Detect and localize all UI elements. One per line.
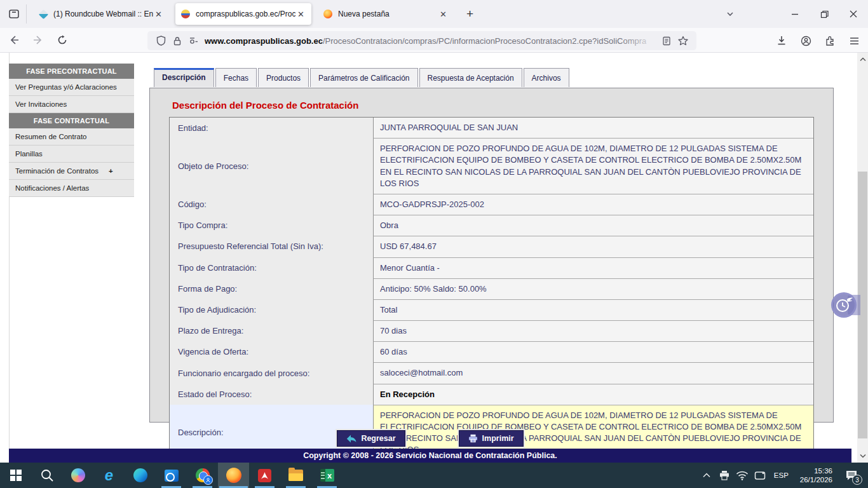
clock-widget-icon[interactable] (831, 292, 857, 318)
vertical-scrollbar[interactable] (857, 53, 868, 463)
sidebar-item-preguntas[interactable]: Ver Preguntas y/ó Aclaraciones (9, 79, 134, 96)
account-button[interactable] (796, 31, 816, 50)
taskbar-search-button[interactable] (31, 463, 62, 488)
copyright-text: Copyright © 2008 - 2026 Servicio Naciona… (303, 451, 557, 460)
sidebar-item-label: Terminación de Contratos (15, 167, 98, 175)
download-icon (776, 36, 787, 46)
tab-archivos[interactable]: Archivos (524, 68, 569, 87)
bookmark-star-icon[interactable] (675, 32, 691, 49)
firefox-view-icon (8, 8, 20, 20)
search-icon (40, 468, 54, 482)
list-all-tabs-button[interactable] (715, 0, 745, 28)
field-value: Anticipo: 50% Saldo: 50.00% (373, 278, 813, 299)
back-button[interactable] (4, 30, 24, 50)
sidebar-item-notificaciones[interactable]: Notificaciones / Alertas (9, 180, 134, 197)
url-text: www.compraspublicas.gob.ec/ProcesoContra… (205, 36, 658, 46)
browser-toolbar: www.compraspublicas.gob.ec/ProcesoContra… (0, 28, 868, 53)
field-value: PERFORACION DE POZO PROFUNDO DE AGUA DE … (373, 138, 813, 194)
browser-tab-roundcube[interactable]: (1) Roundcube Webmail :: Entra ✕ (33, 3, 169, 25)
field-label: Tipo de Contratación: (170, 257, 373, 278)
url-bar[interactable]: www.compraspublicas.gob.ec/ProcesoContra… (147, 31, 696, 50)
forward-button[interactable] (28, 30, 48, 50)
forward-icon (33, 35, 43, 45)
imprimir-label: Imprimir (482, 434, 514, 443)
table-row: Tipo Compra:Obra (170, 215, 813, 236)
tracking-shield-icon[interactable] (153, 32, 169, 49)
new-tab-button[interactable]: + (463, 7, 477, 21)
field-value: 70 dias (373, 320, 813, 341)
tab-parametros[interactable]: Parámetros de Calificación (310, 68, 417, 87)
close-window-button[interactable] (839, 0, 868, 28)
tab-close-icon[interactable]: ✕ (295, 10, 306, 19)
reader-mode-icon[interactable] (658, 32, 675, 49)
chrome-profile-badge (203, 475, 213, 485)
tray-display-button[interactable] (752, 463, 768, 488)
regresar-button[interactable]: Regresar (337, 430, 405, 447)
taskbar-edge-button[interactable] (125, 463, 156, 488)
edge-icon (133, 468, 147, 482)
sidebar-item-terminacion[interactable]: Terminación de Contratos + (9, 163, 134, 180)
field-label: Vigencia de Oferta: (170, 341, 373, 362)
menu-button[interactable] (844, 31, 864, 50)
taskbar-copilot-button[interactable] (62, 463, 93, 488)
taskbar-excel-button[interactable]: x (311, 463, 342, 488)
tab-respuesta[interactable]: Respuesta de Aceptación (419, 68, 522, 87)
screen: (1) Roundcube Webmail :: Entra ✕ compras… (0, 0, 868, 488)
tab-close-icon[interactable]: ✕ (153, 10, 164, 19)
lock-icon[interactable] (169, 32, 186, 49)
taskbar-explorer-button[interactable] (280, 463, 311, 488)
firefox-view-button[interactable] (5, 4, 27, 24)
printer-icon (468, 434, 478, 443)
internet-explorer-icon: e (105, 468, 113, 482)
floating-timer-widget[interactable] (830, 291, 860, 319)
taskbar-internet-explorer-button[interactable]: e (93, 463, 125, 488)
regresar-label: Regresar (361, 434, 395, 443)
process-table: Entidad:JUNTA PARROQUIAL DE SAN JUAN Obj… (169, 117, 814, 461)
taskbar-outlook-button[interactable] (156, 463, 187, 488)
notification-center-button[interactable]: 3 (840, 463, 863, 488)
tray-wifi-button[interactable] (735, 463, 750, 488)
tab-close-icon[interactable]: ✕ (438, 10, 449, 19)
downloads-button[interactable] (771, 31, 792, 50)
tray-chevron-up-button[interactable] (699, 463, 714, 488)
tab-fechas[interactable]: Fechas (215, 68, 257, 87)
extensions-icon (825, 36, 835, 46)
sidebar-item-invitaciones[interactable]: Ver Invitaciones (9, 96, 134, 113)
restore-button[interactable] (810, 0, 839, 28)
reload-button[interactable] (52, 30, 72, 50)
imprimir-button[interactable]: Imprimir (459, 430, 524, 447)
excel-icon: x (320, 469, 334, 482)
browser-tab-compraspublicas[interactable]: compraspublicas.gob.ec/Proces ✕ (175, 3, 311, 25)
language-indicator[interactable]: ESP (770, 471, 792, 479)
url-fade (620, 32, 658, 49)
taskbar-firefox-button[interactable] (218, 463, 249, 488)
scrollbar-down-arrow[interactable] (857, 451, 868, 461)
browser-tab-new[interactable]: Nueva pestaña ✕ (318, 3, 454, 25)
status-value: En Recepción (373, 384, 813, 405)
acrobat-icon (258, 469, 271, 482)
sidebar-item-planillas[interactable]: Planillas (9, 146, 134, 163)
sidebar-item-resumen[interactable]: Resumen de Contrato (9, 128, 134, 146)
restore-icon (820, 10, 829, 18)
tray-printer-button[interactable] (717, 463, 732, 488)
expand-plus-icon[interactable]: + (109, 167, 113, 175)
field-label: Entidad: (170, 118, 373, 138)
taskbar-acrobat-button[interactable] (249, 463, 280, 488)
permissions-icon[interactable] (186, 32, 202, 49)
table-row: Vigencia de Oferta:60 días (170, 341, 813, 362)
field-label: Plazo de Entrega: (170, 320, 373, 341)
windows-taskbar: e x (0, 463, 868, 488)
scrollbar-up-arrow[interactable] (857, 54, 868, 65)
tab-productos[interactable]: Productos (258, 68, 309, 87)
table-row-estado: Estado del Proceso:En Recepción (170, 384, 813, 405)
tab-descripcion[interactable]: Descripción (154, 68, 214, 87)
table-row: Funcionario encargado del proceso:saloce… (170, 362, 813, 383)
field-value: JUNTA PARROQUIAL DE SAN JUAN (373, 118, 813, 138)
taskbar-chrome-button[interactable] (187, 463, 218, 488)
url-path: /ProcesoContratacion/compras/PC/informac… (323, 36, 646, 46)
minimize-button[interactable] (780, 0, 810, 28)
hamburger-menu-icon (850, 37, 859, 45)
extensions-button[interactable] (820, 31, 840, 50)
taskbar-clock[interactable]: 15:36 26/1/2026 (795, 466, 837, 484)
start-button[interactable] (0, 463, 31, 488)
